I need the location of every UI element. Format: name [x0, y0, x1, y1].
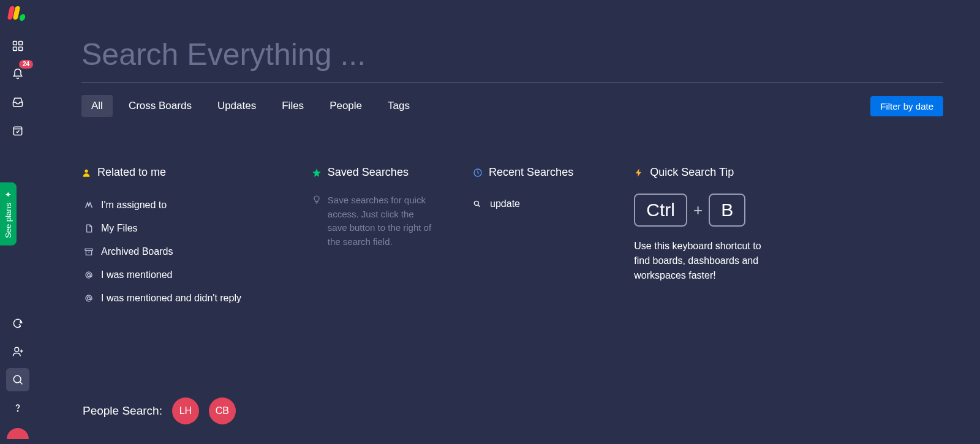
archive-icon — [84, 247, 94, 257]
related-my-files[interactable]: My Files — [81, 217, 306, 240]
person-icon — [81, 168, 91, 178]
main-content: All Cross Boards Updates Files People Ta… — [36, 0, 980, 444]
tab-people[interactable]: People — [320, 95, 372, 117]
search-input[interactable] — [81, 37, 943, 83]
logo[interactable] — [9, 6, 27, 21]
svg-point-10 — [88, 274, 91, 277]
related-assigned[interactable]: I'm assigned to — [81, 194, 306, 217]
tip-header: Quick Search Tip — [634, 166, 841, 179]
bolt-icon — [634, 168, 644, 178]
svg-rect-1 — [19, 42, 23, 45]
star-icon — [312, 168, 322, 178]
lightbulb-icon — [312, 195, 322, 205]
profile-avatar[interactable] — [7, 428, 29, 439]
svg-rect-3 — [19, 47, 23, 51]
inbox-icon[interactable] — [6, 91, 29, 114]
mention-icon — [84, 270, 94, 280]
svg-rect-0 — [13, 42, 17, 45]
invite-icon[interactable] — [6, 340, 29, 363]
key-ctrl: Ctrl — [634, 194, 687, 227]
related-archived[interactable]: Archived Boards — [81, 240, 306, 263]
mention-icon — [84, 293, 94, 303]
svg-point-5 — [15, 347, 19, 352]
my-work-icon[interactable] — [6, 119, 29, 142]
tab-cross-boards[interactable]: Cross Boards — [119, 95, 202, 117]
sidebar-bottom — [0, 312, 36, 439]
column-saved: Saved Searches Save searches for quick a… — [312, 166, 467, 310]
saved-hint: Save searches for quick access. Just cli… — [312, 194, 434, 249]
see-plans-button[interactable]: See plans ✦ — [0, 182, 17, 246]
shortcut-keys: Ctrl + B — [634, 194, 841, 227]
svg-rect-4 — [13, 127, 21, 135]
related-mentioned-no-reply[interactable]: I was mentioned and didn't reply — [81, 287, 306, 310]
clock-icon — [473, 168, 483, 178]
svg-point-8 — [85, 169, 88, 172]
people-search-row: People Search: LH CB — [83, 397, 236, 424]
person-chip-0[interactable]: LH — [172, 397, 199, 424]
person-chip-1[interactable]: CB — [209, 397, 236, 424]
people-search-label: People Search: — [83, 404, 162, 418]
plus-sign: + — [693, 201, 703, 220]
columns: Related to me I'm assigned to My Files A… — [81, 166, 943, 310]
key-b: B — [709, 194, 745, 227]
filter-by-date-button[interactable]: Filter by date — [870, 96, 943, 116]
column-recent: Recent Searches update — [473, 166, 628, 310]
recent-header: Recent Searches — [473, 166, 628, 179]
svg-point-6 — [13, 375, 21, 383]
sparkle-icon: ✦ — [4, 191, 13, 198]
apps-icon[interactable] — [6, 312, 29, 335]
tab-all[interactable]: All — [81, 95, 113, 117]
notification-badge: 24 — [19, 60, 33, 69]
tab-tags[interactable]: Tags — [378, 95, 420, 117]
tab-updates[interactable]: Updates — [208, 95, 266, 117]
svg-point-13 — [474, 201, 478, 205]
column-tip: Quick Search Tip Ctrl + B Use this keybo… — [634, 166, 841, 310]
svg-point-11 — [88, 297, 91, 300]
svg-point-7 — [17, 410, 18, 411]
tip-text: Use this keyboard shortcut to find board… — [634, 239, 775, 283]
related-mentioned[interactable]: I was mentioned — [81, 263, 306, 287]
recent-item-0[interactable]: update — [473, 194, 628, 214]
tab-files[interactable]: Files — [272, 95, 314, 117]
search-icon — [473, 200, 481, 208]
saved-header: Saved Searches — [312, 166, 467, 179]
workspaces-icon[interactable] — [6, 34, 29, 58]
related-header: Related to me — [81, 166, 306, 179]
monday-icon — [84, 200, 94, 210]
notifications-icon[interactable]: 24 — [6, 62, 29, 86]
help-icon[interactable] — [6, 396, 29, 420]
svg-rect-2 — [13, 47, 17, 51]
column-related: Related to me I'm assigned to My Files A… — [81, 166, 306, 310]
search-nav-icon[interactable] — [6, 368, 29, 391]
file-icon — [84, 224, 94, 233]
tab-row: All Cross Boards Updates Files People Ta… — [81, 95, 943, 117]
